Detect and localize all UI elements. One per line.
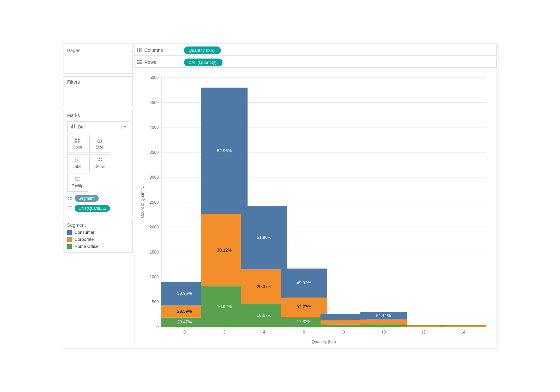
legend-item[interactable]: Consumer [67, 230, 129, 235]
legend-card: Segment ConsumerCorporateHome Office [64, 219, 133, 253]
svg-point-11 [97, 158, 98, 159]
svg-text:Quantity (bin): Quantity (bin) [311, 340, 336, 345]
marks-color-button[interactable]: Color [67, 135, 88, 153]
marks-tooltip-button[interactable]: Tooltip [67, 174, 88, 192]
cell-label: Color [73, 145, 82, 150]
svg-text:4000: 4000 [150, 125, 159, 130]
bar-segment[interactable] [400, 325, 447, 326]
marks-pill-cnt[interactable]: CNT(Quanti.. Δ [75, 205, 110, 212]
bar-segment[interactable] [440, 325, 486, 326]
svg-text:2500: 2500 [150, 200, 159, 205]
legend-swatch [67, 237, 72, 242]
svg-text:4500: 4500 [150, 100, 159, 105]
svg-text:5000: 5000 [150, 76, 159, 80]
filters-title: Filters [67, 79, 129, 85]
bar-label: 52.96% [217, 149, 232, 154]
marks-pill-segment[interactable]: Segment [75, 195, 99, 202]
svg-rect-25 [137, 48, 138, 52]
bar-segment[interactable] [360, 325, 407, 327]
label-icon: T [67, 206, 73, 210]
cell-label: Tooltip [72, 184, 83, 188]
bar-label: 49.92% [296, 281, 311, 286]
svg-rect-2 [74, 124, 75, 128]
svg-point-12 [99, 158, 100, 159]
bar-segment[interactable] [320, 314, 367, 320]
svg-text:500: 500 [152, 300, 159, 304]
mark-type-select[interactable]: Bar ▼ [67, 121, 129, 132]
svg-point-16 [101, 160, 102, 161]
marks-detail-button[interactable]: Detail [89, 154, 110, 172]
bar-segment[interactable] [320, 325, 367, 327]
legend-title: Segment [67, 222, 129, 228]
columns-pill[interactable]: Quantity (bin) [184, 46, 221, 54]
svg-rect-26 [139, 48, 140, 52]
size-icon [97, 138, 103, 144]
svg-rect-30 [137, 63, 142, 64]
svg-text:10: 10 [381, 330, 386, 335]
svg-text:2: 2 [223, 330, 225, 335]
cell-label: Label [73, 164, 82, 169]
bar-label: 20.47% [177, 320, 192, 325]
marks-label-button[interactable]: T Label [67, 154, 88, 172]
svg-point-21 [68, 199, 69, 200]
tableau-worksheet: Pages Filters Marks Bar ▼ Color [62, 43, 498, 349]
legend-item[interactable]: Corporate [67, 237, 129, 242]
bar-chart-icon [68, 124, 78, 130]
bar-segment[interactable] [440, 327, 486, 327]
marks-card: Marks Bar ▼ Color [64, 110, 133, 216]
svg-point-14 [97, 160, 98, 161]
svg-point-15 [99, 160, 100, 161]
svg-rect-17 [75, 177, 80, 180]
bar-label: 28.59% [177, 309, 192, 314]
color-icon [75, 138, 81, 144]
legend-label: Corporate [75, 237, 94, 242]
svg-point-4 [78, 138, 80, 140]
bar-segment[interactable] [400, 326, 447, 326]
svg-point-22 [70, 199, 72, 200]
svg-text:T: T [77, 158, 79, 162]
svg-marker-18 [77, 180, 78, 181]
bar-label: 17.32% [296, 319, 311, 324]
svg-text:1500: 1500 [150, 250, 159, 255]
bar-label: 18.67% [257, 313, 272, 318]
filters-shelf[interactable]: Filters [64, 76, 133, 107]
marks-size-button[interactable]: Size [89, 135, 110, 153]
svg-text:Count of Quantity: Count of Quantity [140, 187, 145, 218]
svg-rect-27 [141, 48, 142, 52]
bar-segment[interactable] [360, 320, 407, 325]
svg-text:12: 12 [421, 330, 426, 335]
bar-label: 51.11% [376, 313, 391, 318]
legend-swatch [67, 244, 72, 249]
bar-label: 51.96% [257, 235, 272, 240]
marks-title: Marks [67, 113, 129, 118]
worksheet-main: Columns Quantity (bin) Rows CNT(Quantity… [134, 43, 498, 349]
tooltip-icon [75, 177, 80, 183]
svg-text:3500: 3500 [150, 150, 159, 155]
legend-item[interactable]: Home Office [67, 244, 129, 249]
detail-icon [97, 158, 102, 164]
color-icon [67, 196, 73, 200]
rows-pill[interactable]: CNT(Quantity) [184, 59, 223, 66]
mark-type-label: Bar [78, 124, 121, 129]
svg-rect-29 [137, 62, 142, 63]
bar-label: 29.37% [257, 284, 272, 289]
rows-icon [134, 60, 145, 65]
svg-point-5 [75, 141, 77, 143]
legend-label: Home Office [75, 244, 99, 249]
rows-label: Rows [145, 60, 184, 65]
svg-text:4: 4 [263, 330, 265, 335]
legend-swatch [67, 230, 72, 235]
rows-shelf[interactable]: Rows CNT(Quantity) [134, 57, 497, 68]
bar-segment[interactable] [440, 326, 486, 326]
legend-label: Consumer [75, 230, 95, 235]
chart-view[interactable]: 0500100015002000250030003500400045005000… [134, 69, 497, 347]
svg-point-19 [68, 197, 69, 198]
side-panels: Pages Filters Marks Bar ▼ Color [62, 43, 134, 349]
bar-segment[interactable] [400, 327, 447, 327]
pages-shelf[interactable]: Pages [64, 45, 133, 74]
svg-rect-28 [137, 60, 142, 61]
columns-shelf[interactable]: Columns Quantity (bin) [134, 45, 497, 56]
cell-label: Size [96, 145, 103, 150]
bar-segment[interactable] [320, 320, 367, 325]
cell-label: Detail [94, 164, 105, 169]
